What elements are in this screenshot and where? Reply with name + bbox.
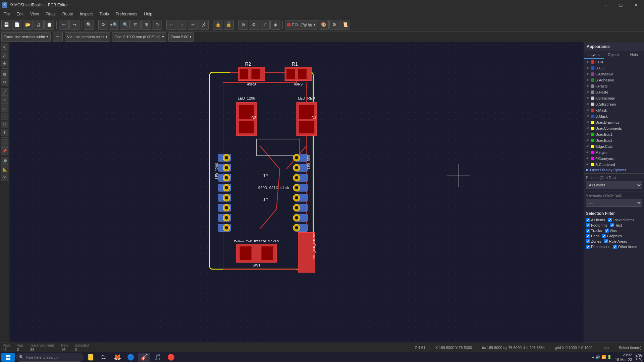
layer-visibility-fadhesive[interactable]: 👁 bbox=[585, 72, 590, 76]
layer-item-edgecuts[interactable]: 👁 Edge.Cuts bbox=[584, 143, 644, 149]
layer-visibility-fcu[interactable]: 👁 bbox=[585, 60, 590, 64]
undo-button[interactable]: ↩ bbox=[59, 20, 69, 30]
filter-cb-pads[interactable] bbox=[586, 234, 590, 238]
inspect-tool[interactable]: 🔎 bbox=[1, 158, 8, 165]
add-rect-tool[interactable]: ▭ bbox=[1, 105, 8, 112]
save-button[interactable]: 💾 bbox=[1, 20, 11, 30]
layer-item-bpaste[interactable]: 👁 B.Paste bbox=[584, 89, 644, 95]
layer-visibility-bcourtyard[interactable]: 👁 bbox=[585, 162, 590, 166]
taskbar-app-explorer[interactable]: 🗂 bbox=[98, 353, 110, 362]
layer-visibility-usereco2[interactable]: 👁 bbox=[585, 138, 590, 143]
start-button[interactable] bbox=[1, 353, 15, 362]
filter-locked-items[interactable]: Locked items bbox=[608, 218, 635, 222]
maximize-button[interactable]: □ bbox=[613, 0, 629, 10]
menu-tools[interactable]: Tools bbox=[96, 11, 112, 17]
layer-visibility-edgecuts[interactable]: 👁 bbox=[585, 144, 590, 149]
add-via-tool[interactable]: ⊙ bbox=[1, 60, 8, 67]
filter-cb-graphics[interactable] bbox=[602, 234, 606, 238]
filter-tracks[interactable]: Tracks bbox=[586, 229, 602, 233]
plot-button[interactable]: 📋 bbox=[44, 20, 54, 30]
filter-footprints[interactable]: Footprints bbox=[586, 223, 607, 227]
viewports-dropdown[interactable]: --- bbox=[586, 199, 642, 207]
filter-dimensions[interactable]: Dimensions bbox=[586, 245, 610, 249]
layer-display-options[interactable]: ▶ Layer Display Options bbox=[584, 166, 644, 173]
layer-item-userdrawings[interactable]: 👁 User.Drawings bbox=[584, 119, 644, 125]
layer-item-bsilkscreen[interactable]: 👁 B.Silkscreen bbox=[584, 101, 644, 107]
add-line-tool[interactable]: ╱ bbox=[1, 88, 8, 96]
board-setup-button[interactable]: ⚙ bbox=[249, 20, 259, 30]
mirror-x-button[interactable]: ↔ bbox=[166, 20, 176, 30]
layer-item-badhesive[interactable]: 👁 B.Adhesive bbox=[584, 77, 644, 83]
layer-item-bcourtyard[interactable]: 👁 B.Courtyard bbox=[584, 162, 644, 166]
tab-objects[interactable]: Objects bbox=[604, 51, 624, 59]
route-track-tool[interactable]: 〆 bbox=[1, 52, 8, 59]
zoom-in-button[interactable]: +🔍 bbox=[109, 20, 119, 30]
filter-cb-tracks[interactable] bbox=[586, 229, 590, 233]
layer-item-bcu[interactable]: 👁 B.Cu bbox=[584, 65, 644, 71]
filter-cb-locked-items[interactable] bbox=[608, 218, 612, 222]
filter-cb-zones[interactable] bbox=[586, 239, 590, 243]
layer-item-fmask[interactable]: 👁 F.Mask bbox=[584, 107, 644, 113]
layer-visibility-usercomments[interactable]: 👁 bbox=[585, 126, 590, 131]
add-arc-tool[interactable]: ◠ bbox=[1, 97, 8, 104]
layer-visibility-badhesive[interactable]: 👁 bbox=[585, 78, 590, 82]
refresh-button[interactable]: ⟳ bbox=[98, 20, 108, 30]
tab-nets[interactable]: Nets bbox=[624, 51, 644, 59]
menu-file[interactable]: File bbox=[0, 11, 13, 17]
tray-icons[interactable]: ∧ 🔊 📶 🔋 bbox=[592, 355, 611, 359]
close-button[interactable]: ✕ bbox=[629, 0, 644, 10]
layer-visibility-bcu[interactable]: 👁 bbox=[585, 66, 590, 70]
add-text-tool[interactable]: T bbox=[1, 129, 8, 136]
layer-item-usereco1[interactable]: 👁 User.Eco1 bbox=[584, 131, 644, 137]
filter-all-items[interactable]: All items bbox=[586, 218, 605, 222]
layer-visibility-margin[interactable]: 👁 bbox=[585, 150, 590, 155]
menu-help[interactable]: Help bbox=[141, 11, 156, 17]
add-keepout-tool[interactable]: ⊘ bbox=[1, 78, 8, 85]
open-button[interactable]: 📂 bbox=[23, 20, 33, 30]
mirror-y-button[interactable]: ↕ bbox=[177, 20, 187, 30]
layer-visibility-fsilkscreen[interactable]: 👁 bbox=[585, 96, 590, 101]
layer-visibility-bpaste[interactable]: 👁 bbox=[585, 90, 590, 95]
filter-cb-rule-areas[interactable] bbox=[604, 239, 608, 243]
script-button[interactable]: 📜 bbox=[340, 20, 350, 30]
layer-visibility-fmask[interactable]: 👁 bbox=[585, 108, 590, 113]
menu-view[interactable]: View bbox=[27, 11, 42, 17]
zoom-fit-button[interactable]: ⊡ bbox=[130, 20, 141, 30]
grid-selector[interactable]: Grid: 0.1000 mm (0.0039 in) ▾ bbox=[112, 32, 166, 42]
layer-visibility-userdrawings[interactable]: 👁 bbox=[585, 120, 590, 125]
new-button[interactable]: 📄 bbox=[12, 20, 22, 30]
unlock-button[interactable]: 🔓 bbox=[224, 20, 234, 30]
lock-button[interactable]: 🔒 bbox=[213, 20, 223, 30]
presets-dropdown[interactable]: All Layers bbox=[586, 181, 642, 189]
layer-item-margin[interactable]: 👁 Margin bbox=[584, 149, 644, 156]
print-button[interactable]: 🖨 bbox=[34, 20, 44, 30]
taskbar-app-blue[interactable]: 🔵 bbox=[125, 353, 137, 362]
filter-cb-dimensions[interactable] bbox=[586, 245, 590, 249]
3d-viewer-button[interactable]: ◈ bbox=[270, 20, 280, 30]
layer-visibility-fcourtyard[interactable]: 👁 bbox=[585, 156, 590, 161]
layer-item-fadhesive[interactable]: 👁 F.Adhesive bbox=[584, 71, 644, 77]
zoom-out-button[interactable]: -🔍 bbox=[120, 20, 130, 30]
filter-cb-text[interactable] bbox=[610, 223, 614, 227]
track-width-selector[interactable]: Track: use netclass width ▾ bbox=[1, 32, 51, 42]
layer-visibility-usereco1[interactable]: 👁 bbox=[585, 132, 590, 137]
filter-cb-vias[interactable] bbox=[605, 229, 609, 233]
layer-item-fcu[interactable]: 👁 F.Cu bbox=[584, 59, 644, 65]
add-polygon-tool[interactable]: ⬡ bbox=[1, 121, 8, 128]
tab-layers[interactable]: Layers bbox=[584, 51, 604, 59]
net-inspector-button[interactable]: ⊛ bbox=[238, 20, 248, 30]
redo-button[interactable]: ↪ bbox=[69, 20, 79, 30]
layer-visibility-bmask[interactable]: 👁 bbox=[585, 114, 590, 119]
menu-place[interactable]: Place bbox=[42, 11, 59, 17]
add-dimension-tool[interactable]: ↔ bbox=[1, 139, 8, 146]
zoom-selector[interactable]: Zoom 5.00 ▾ bbox=[168, 32, 194, 42]
layer-item-bmask[interactable]: 👁 B.Mask bbox=[584, 113, 644, 119]
menu-route[interactable]: Route bbox=[59, 11, 76, 17]
select-tool[interactable]: ↖ bbox=[1, 44, 8, 51]
layer-item-usereco2[interactable]: 👁 User.Eco2 bbox=[584, 137, 644, 143]
filter-cb-footprints[interactable] bbox=[586, 223, 590, 227]
track-width-edit-button[interactable]: ✏ bbox=[53, 32, 63, 42]
design-rules-button[interactable]: ✓ bbox=[260, 20, 270, 30]
taskbar-app-music[interactable]: 🎵 bbox=[152, 353, 164, 362]
filter-cb-all-items[interactable] bbox=[586, 218, 590, 222]
